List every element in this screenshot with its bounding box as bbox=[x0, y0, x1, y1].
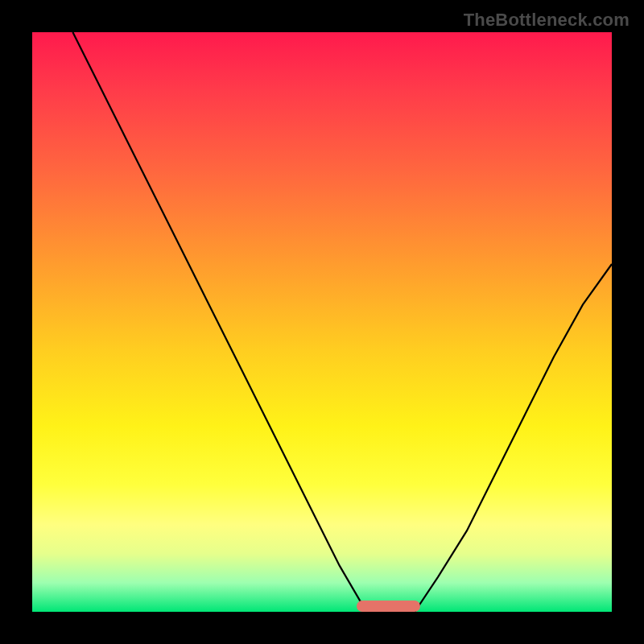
plot-area bbox=[32, 32, 612, 612]
curves-svg bbox=[32, 32, 612, 612]
curve-left bbox=[72, 32, 368, 612]
watermark-text: TheBottleneck.com bbox=[464, 10, 630, 31]
flat-zone-marker bbox=[357, 601, 420, 612]
chart-frame: TheBottleneck.com bbox=[0, 0, 644, 644]
curve-right bbox=[415, 264, 612, 612]
